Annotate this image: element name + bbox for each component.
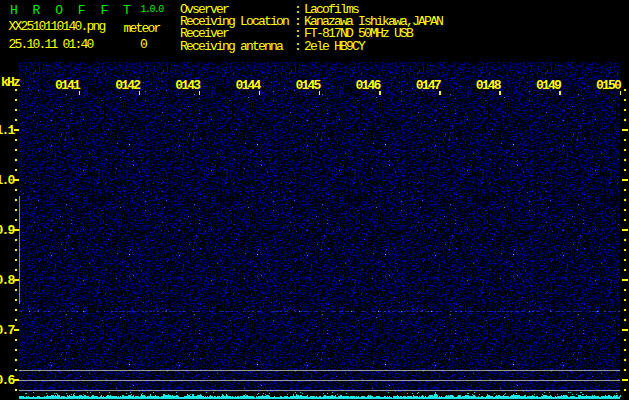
svg-text:0.9: 0.9 (0, 223, 15, 238)
svg-text:0142: 0142 (115, 78, 141, 93)
svg-text::: : (294, 39, 300, 54)
svg-text:0144: 0144 (235, 78, 261, 93)
svg-text:0.8: 0.8 (0, 273, 15, 288)
svg-text:Receiving antenna: Receiving antenna (180, 39, 284, 54)
svg-text:1.1: 1.1 (0, 123, 15, 138)
svg-text:0145: 0145 (295, 78, 321, 93)
svg-text:0146: 0146 (356, 78, 382, 93)
svg-text:kHz: kHz (1, 75, 20, 90)
svg-text:0149: 0149 (536, 78, 562, 93)
svg-text:25.10.11 01:40: 25.10.11 01:40 (9, 37, 94, 52)
svg-text:0143: 0143 (175, 78, 201, 93)
svg-text:0: 0 (140, 37, 147, 52)
svg-text:0147: 0147 (416, 78, 441, 93)
svg-text:2ele HB9CY: 2ele HB9CY (304, 39, 366, 54)
svg-text:H R O F F T: H R O F F T (10, 3, 134, 18)
svg-text:1.0.0: 1.0.0 (141, 4, 165, 15)
svg-text:XX2510110140.png: XX2510110140.png (9, 19, 106, 34)
svg-text:0.6: 0.6 (0, 373, 15, 388)
svg-text:0148: 0148 (476, 78, 502, 93)
svg-text:1.0: 1.0 (0, 173, 15, 188)
svg-text:0141: 0141 (55, 78, 81, 93)
svg-text:meteor: meteor (124, 21, 161, 36)
svg-text:0150: 0150 (596, 78, 622, 93)
svg-text:0.7: 0.7 (0, 323, 14, 338)
